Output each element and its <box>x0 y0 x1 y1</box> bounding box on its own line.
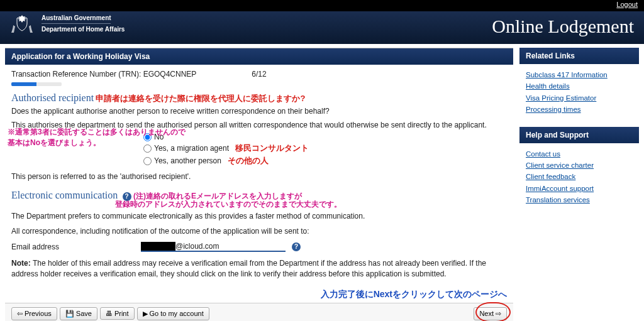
help-support-heading: Help and Support <box>519 127 639 143</box>
account-button[interactable]: ▶Go to my account <box>137 307 209 320</box>
previous-button[interactable]: ⇦Previous <box>11 307 57 320</box>
annotation-red-other: その他の人 <box>228 155 269 166</box>
link-service-charter[interactable]: Client service charter <box>526 160 633 171</box>
annotation-red-auth: 申請者は連絡を受けた際に権限を代理人に委託しますか? <box>96 94 305 103</box>
arrow-right-icon: ▶ <box>143 310 148 318</box>
annotation-blue-next: 入力完了後にNextをクリックして次のページへ <box>11 289 507 300</box>
annotation-magenta-email2: 登録時のアドレスが入力されていますのでそのままで大丈夫です。 <box>115 199 507 210</box>
print-icon: 🖶 <box>106 310 113 317</box>
top-bar: Logout <box>0 0 644 11</box>
page-counter: 6/12 <box>252 70 266 79</box>
ecomm-pref: The Department prefers to communicate el… <box>11 212 507 220</box>
print-button[interactable]: 🖶Print <box>100 307 135 320</box>
email-domain: @icloud.com <box>175 242 219 251</box>
crest-line1: Australian Government <box>42 14 125 22</box>
help-support-box: Help and Support Contact us Client servi… <box>519 127 639 211</box>
link-contact-us[interactable]: Contact us <box>526 148 633 160</box>
logout-link[interactable]: Logout <box>616 1 638 8</box>
banner: Australian Government Department of Home… <box>0 11 644 44</box>
progress-bar <box>11 82 62 86</box>
save-button[interactable]: 💾Save <box>60 307 97 320</box>
crest-line2: Department of Home Affairs <box>42 25 125 33</box>
radio-other[interactable] <box>143 157 152 165</box>
link-immiaccount-support[interactable]: ImmiAccount support <box>526 183 633 194</box>
next-button[interactable]: Next⇨ <box>474 307 507 320</box>
save-icon: 💾 <box>65 310 74 318</box>
email-label: Email address <box>11 242 137 251</box>
trn-line: Transaction Reference Number (TRN): EGOQ… <box>5 65 513 80</box>
app-title-bar: Application for a Working Holiday Visa <box>5 48 513 65</box>
annotation-magenta-no: ※通常第3者に委託することは多くはありませんので 基本はNoを選びましょう。 <box>8 127 186 148</box>
link-subclass-417[interactable]: Subclass 417 Information <box>526 69 633 80</box>
coat-of-arms-icon <box>8 14 36 39</box>
auth-radio-group: No Yes, a migration agent 移民コンサルタント Yes,… <box>143 132 507 167</box>
portal-title: Online Lodgement <box>492 16 634 37</box>
arrow-left-icon: ⇦ <box>17 310 23 318</box>
link-client-feedback[interactable]: Client feedback <box>526 171 633 182</box>
section-authorised-heading: Authorised recipient <box>11 92 94 103</box>
section-ecomm-heading: Electronic communication <box>11 190 118 200</box>
trn-value: EGOQ4CNNEP <box>143 70 197 79</box>
ecomm-sentto: All correspondence, including notificati… <box>11 227 507 236</box>
crest: Australian Government Department of Home… <box>8 14 125 39</box>
auth-footer: This person is referred to as the 'autho… <box>11 172 507 181</box>
help-email-icon[interactable]: ? <box>292 242 301 251</box>
username-redacted <box>576 1 611 9</box>
link-health-details[interactable]: Health details <box>526 80 633 92</box>
email-local-redacted <box>141 242 175 251</box>
annotation-red-agent: 移民コンサルタント <box>235 143 309 154</box>
trn-label: Transaction Reference Number (TRN): <box>11 70 143 79</box>
arrow-right-icon: ⇨ <box>496 310 501 318</box>
related-links-heading: Related Links <box>519 48 639 64</box>
email-input[interactable]: @icloud.com <box>141 242 286 252</box>
link-processing-times[interactable]: Processing times <box>526 104 633 115</box>
link-translation-services[interactable]: Translation services <box>526 194 633 205</box>
related-links-box: Related Links Subclass 417 Information H… <box>519 48 639 121</box>
link-visa-pricing[interactable]: Visa Pricing Estimator <box>526 92 633 104</box>
email-note: Note: The holder of this email address m… <box>11 258 507 280</box>
radio-other-label: Yes, another person <box>154 156 221 165</box>
auth-question: Does the applicant authorise another per… <box>11 107 507 116</box>
button-bar: ⇦Previous 💾Save 🖶Print ▶Go to my account… <box>5 303 513 321</box>
